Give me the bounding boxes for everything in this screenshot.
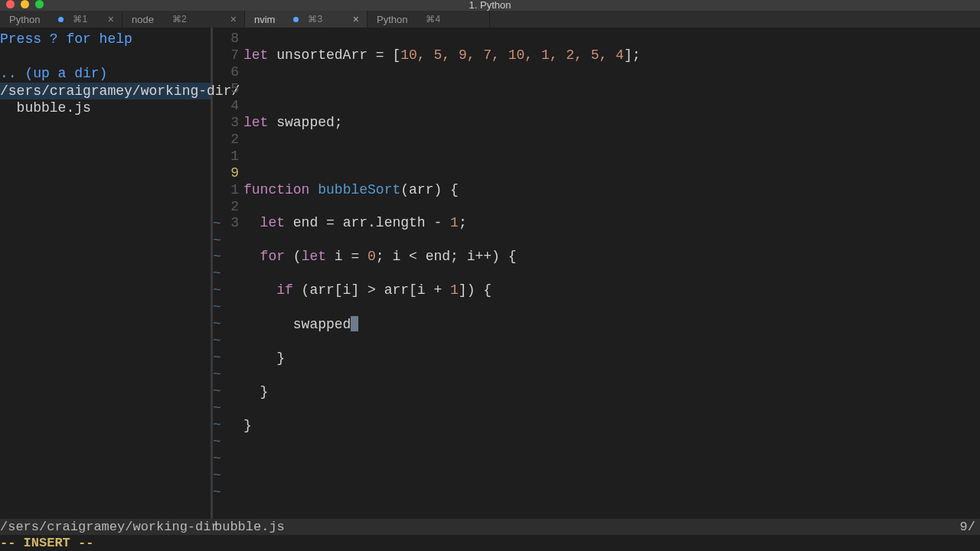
tab-shortcut: ⌘3 — [308, 14, 322, 24]
close-icon[interactable]: × — [353, 14, 359, 24]
line-number: 3 — [213, 115, 239, 132]
close-window-icon[interactable] — [6, 0, 15, 8]
code-line — [243, 148, 980, 165]
code-line: } — [243, 418, 980, 435]
tab-label: Python — [377, 14, 407, 25]
activity-dot-icon — [58, 17, 64, 22]
line-number: 4 — [213, 98, 239, 115]
titlebar: 1. Python — [0, 0, 980, 11]
line-number: 1 — [213, 182, 239, 199]
code-line — [243, 81, 980, 98]
line-number: 2 — [213, 199, 239, 216]
line-number: 2 — [213, 132, 239, 148]
window-title: 1. Python — [469, 0, 511, 11]
close-icon[interactable]: × — [108, 14, 114, 24]
current-line-number: 9 — [213, 165, 239, 182]
code-line: if (arr[i] > arr[i + 1]) { — [243, 282, 980, 299]
tab-shortcut: ⌘1 — [73, 14, 87, 24]
tab-python-1[interactable]: Python ⌘1 × — [0, 11, 122, 28]
code-line: } — [243, 384, 980, 401]
line-number: 1 — [213, 148, 239, 165]
tab-label: nvim — [254, 14, 275, 25]
code-line: } — [243, 350, 980, 367]
close-icon[interactable]: × — [230, 14, 237, 24]
empty-line-tildes: ~~~ ~~~ ~~~ ~~~ ~~~ ~~ — [213, 216, 221, 501]
code-line: for (let i = 0; i < end; i++) { — [243, 249, 980, 266]
editor-pane[interactable]: 8 7 6 5 4 3 2 1 9 1 2 3 let unsortedArr … — [213, 28, 980, 519]
code-content[interactable]: let unsortedArr = [10, 5, 9, 7, 10, 1, 2… — [243, 31, 980, 468]
code-line: swapped — [243, 316, 980, 334]
code-line: let unsortedArr = [10, 5, 9, 7, 10, 1, 2… — [243, 47, 980, 64]
tab-python-2[interactable]: Python ⌘4 — [368, 11, 490, 28]
tab-node[interactable]: node ⌘2 × — [122, 11, 245, 28]
up-dir-link[interactable]: .. (up a dir) — [0, 65, 211, 83]
current-dir-path[interactable]: /sers/craigramey/working-dir/ — [0, 83, 211, 100]
file-tree-item-bubble-js[interactable]: bubble.js — [0, 99, 211, 117]
line-number: 6 — [213, 64, 239, 81]
blank-line — [0, 48, 211, 66]
status-position: 9/ — [960, 520, 980, 534]
line-number: 8 — [213, 31, 239, 47]
code-line: function bubbleSort(arr) { — [243, 182, 980, 199]
text-cursor — [351, 316, 358, 331]
tab-shortcut: ⌘2 — [172, 14, 187, 24]
minimize-window-icon[interactable] — [21, 0, 29, 8]
line-number-gutter: 8 7 6 5 4 3 2 1 9 1 2 3 — [213, 31, 239, 232]
tab-label: Python — [9, 14, 40, 25]
line-number: 7 — [213, 47, 239, 64]
status-left-path: /sers/craigramey/working-dir — [0, 520, 214, 534]
tab-bar: Python ⌘1 × node ⌘2 × nvim ⌘3 × Python ⌘… — [0, 11, 980, 28]
status-filename: bubble.js — [214, 520, 960, 534]
help-hint: Press ? for help — [0, 31, 211, 48]
code-line: let end = arr.length - 1; — [243, 215, 980, 232]
main-area: Press ? for help .. (up a dir) /sers/cra… — [0, 28, 980, 519]
status-bar: /sers/craigramey/working-dir bubble.js 9… — [0, 519, 980, 535]
maximize-window-icon[interactable] — [35, 0, 44, 8]
activity-dot-icon — [293, 17, 299, 22]
tab-label: node — [132, 14, 154, 25]
vim-mode-line: -- INSERT -- — [0, 535, 980, 551]
file-tree-sidebar[interactable]: Press ? for help .. (up a dir) /sers/cra… — [0, 28, 213, 519]
code-line: let swapped; — [243, 115, 980, 132]
tab-shortcut: ⌘4 — [426, 14, 440, 24]
traffic-lights — [0, 0, 44, 8]
tab-nvim[interactable]: nvim ⌘3 × — [245, 11, 368, 28]
line-number: 5 — [213, 81, 239, 98]
